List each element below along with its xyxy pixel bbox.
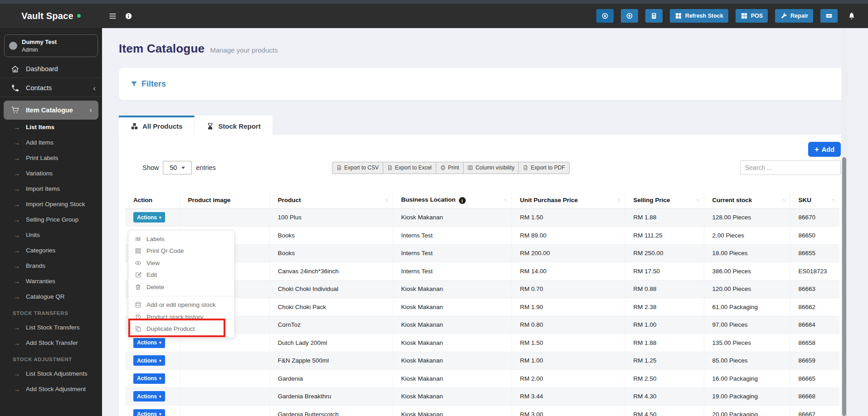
tab-stock-report[interactable]: Stock Report	[195, 116, 273, 135]
sidebar-subitem-brands[interactable]: →Brands	[0, 258, 102, 274]
sidebar-subitem-import-opening-stock[interactable]: →Import Opening Stock	[0, 197, 102, 212]
sidebar-label: Add Stock Adjustment	[26, 386, 86, 392]
search-input[interactable]	[740, 160, 841, 175]
sidebar-subitem-categories[interactable]: →Categories	[0, 243, 102, 258]
selling-price-cell: RM 1.88	[625, 208, 704, 227]
sidebar-item-contacts[interactable]: Contacts‹	[0, 80, 102, 97]
column-header-business-location[interactable]: Business Locationi↑↓	[393, 192, 512, 208]
menu-item-add-or-edit-opening-stock[interactable]: Add or edit opening stock	[128, 299, 234, 311]
menu-item-delete[interactable]: Delete	[128, 281, 234, 293]
sidebar-subitem-selling-price-group[interactable]: →Selling Price Group	[0, 212, 102, 227]
actions-button[interactable]: Actions▾	[133, 212, 165, 223]
sidebar-subitem-add-items[interactable]: →Add Items	[0, 135, 102, 150]
sidebar-label: Selling Price Group	[26, 216, 78, 223]
arrow-right-icon: →	[14, 170, 20, 177]
actions-button[interactable]: Actions▾	[133, 355, 165, 366]
trash-icon	[135, 284, 141, 290]
add-product-button[interactable]: + Add	[808, 142, 841, 157]
hamburger-menu-icon[interactable]	[108, 12, 117, 20]
cash-register-button[interactable]	[820, 9, 838, 23]
grid-icon	[675, 12, 682, 19]
sidebar-subitem-list-items[interactable]: →List Items	[0, 120, 102, 135]
column-visibility-button[interactable]: Column visibility	[463, 162, 519, 174]
user-card[interactable]: Dummy Test Admin	[4, 34, 98, 57]
arrow-right-icon: →	[14, 339, 20, 347]
sidebar-subitem-catalogue-qr[interactable]: →Catalogue QR	[0, 289, 102, 305]
download-button[interactable]	[596, 9, 614, 23]
database-icon	[135, 301, 141, 308]
table-header-row: ActionProduct imageProduct↑↓Business Loc…	[125, 192, 839, 208]
tab-all-products[interactable]: All Products	[119, 116, 195, 135]
menu-item-edit[interactable]: Edit	[128, 269, 234, 281]
sidebar-subitem-add-stock-transfer[interactable]: →Add Stock Transfer	[0, 335, 102, 351]
arrow-right-icon: →	[14, 185, 20, 193]
pos-button[interactable]: POS	[736, 9, 768, 23]
refresh-stock-button[interactable]: Refresh Stock	[670, 9, 728, 23]
column-header-product[interactable]: Product↑↓	[269, 192, 393, 208]
sidebar-subitem-import-items[interactable]: →Import Items	[0, 181, 102, 197]
sidebar-item-dashboard[interactable]: Dashboard	[0, 61, 102, 78]
user-role: Admin	[22, 46, 57, 53]
calculator-button[interactable]	[645, 9, 663, 23]
sidebar-label: Warranties	[26, 278, 55, 285]
column-header-current-stock[interactable]: Current stock↑↓	[704, 192, 790, 208]
sidebar-subitem-variations[interactable]: →Variations	[0, 166, 102, 181]
arrow-right-icon: →	[14, 232, 20, 239]
menu-item-print-qr-code[interactable]: Print Qr Code	[128, 245, 234, 257]
info-icon[interactable]: i	[459, 197, 466, 204]
sidebar-subitem-add-stock-adjustment[interactable]: →Add Stock Adjustment	[0, 382, 102, 397]
file-excel-icon	[387, 165, 393, 170]
menu-item-view[interactable]: View	[128, 257, 234, 269]
menu-item-labels[interactable]: Labels	[128, 233, 234, 245]
repair-button-label: Repair	[790, 13, 808, 19]
sidebar-subitem-list-stock-adjustments[interactable]: →List Stock Adjustments	[0, 366, 102, 382]
column-label: Action	[133, 197, 152, 203]
sidebar-subitem-warranties[interactable]: →Warranties	[0, 274, 102, 289]
menu-item-product-stock-history[interactable]: Product stock history	[128, 311, 234, 323]
table-row: Actions▾F&N Zapple 500mlKiosk MakananRM …	[125, 352, 839, 370]
sku-cell: 86659	[790, 352, 839, 370]
circle-plus-icon	[626, 12, 633, 19]
bell-icon[interactable]	[848, 12, 856, 20]
actions-button[interactable]: Actions▾	[133, 391, 165, 401]
sidebar-section-stock-transfers: STOCK TRANSFERS	[0, 306, 102, 320]
export-to-csv-button[interactable]: Export to CSV	[332, 162, 383, 174]
selling-price-cell: RM 17.50	[625, 262, 704, 281]
location-cell: Kiosk Makanan	[393, 280, 512, 298]
export-button-label: Export to PDF	[531, 164, 565, 171]
export-to-excel-button[interactable]: Export to Excel	[383, 162, 436, 174]
table-row: Actions▾Gardenia BreakthruKiosk MakananR…	[125, 387, 839, 406]
sidebar-subitem-list-stock-transfers[interactable]: →List Stock Transfers	[0, 320, 102, 335]
menu-item-duplicate-product[interactable]: Duplicate Product	[128, 323, 234, 335]
product-image-cell	[180, 352, 269, 370]
product-cell: F&N Zapple 500ml	[269, 352, 393, 370]
info-icon[interactable]	[124, 12, 133, 20]
export-to-pdf-button[interactable]: Export to PDF	[518, 162, 569, 174]
current-stock-cell: 85.00 Pieces	[704, 352, 790, 370]
column-header-selling-price[interactable]: Selling Price↑↓	[625, 192, 704, 208]
filters-label: Filters	[141, 79, 166, 89]
sidebar-label: Import Items	[26, 185, 60, 192]
page-size-select[interactable]: 50	[163, 161, 192, 174]
phone-icon	[11, 84, 20, 92]
actions-button[interactable]: Actions▾	[133, 373, 165, 384]
circle-down-icon	[601, 12, 609, 19]
sidebar-subitem-print-labels[interactable]: →Print Labels	[0, 150, 102, 166]
column-header-unit-purchase-price[interactable]: Unit Purchase Price↑↓	[512, 192, 625, 208]
brand-logo[interactable]: Vault Space	[0, 4, 102, 28]
actions-button[interactable]: Actions▾	[133, 409, 165, 416]
selling-price-cell: RM 2.50	[625, 370, 704, 388]
actions-button[interactable]: Actions▾	[133, 338, 165, 348]
column-header-sku[interactable]: SKU↑↓	[790, 192, 839, 208]
location-cell: Interns Test	[393, 244, 512, 262]
repair-button[interactable]: Repair	[775, 9, 813, 23]
sidebar-subitem-units[interactable]: →Units	[0, 227, 102, 243]
filters-toggle[interactable]: Filters	[130, 79, 166, 89]
sidebar-item-item-catalogue[interactable]: Item Catalogue‹	[4, 101, 98, 120]
scrollbar-thumb[interactable]	[842, 157, 846, 416]
caret-down-icon: ▾	[159, 358, 161, 363]
sku-cell: ES018723	[790, 262, 839, 281]
column-header-action: Action	[125, 192, 180, 208]
quick-add-button[interactable]	[621, 9, 638, 23]
print-button[interactable]: Print	[436, 162, 464, 174]
